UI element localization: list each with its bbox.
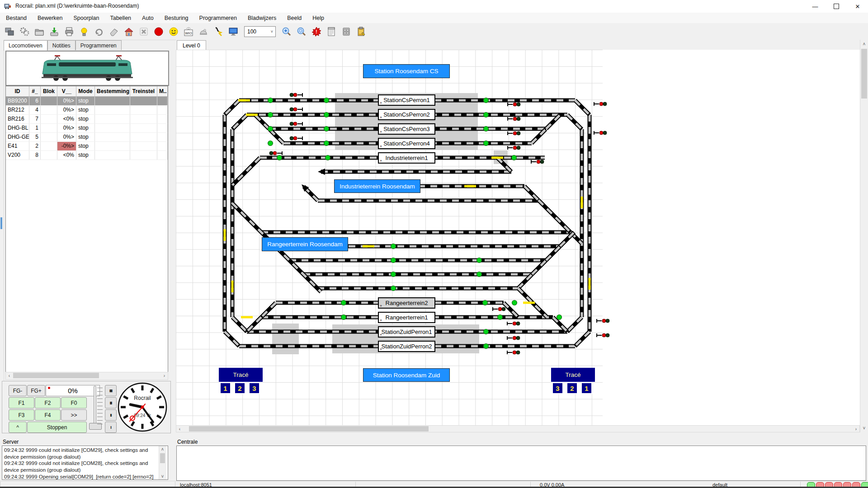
dome-icon[interactable]	[198, 26, 209, 38]
block-rangeerterrein1[interactable]: Rangeerterrein1+	[378, 312, 435, 323]
menu-besturing[interactable]: Besturing	[165, 15, 189, 21]
trace-number[interactable]: 3	[552, 382, 563, 394]
speed-steps-iiii-button[interactable]: IIII	[105, 385, 117, 396]
trace-number[interactable]: 1	[220, 382, 231, 394]
menu-programmeren[interactable]: Programmeren	[199, 15, 237, 21]
loco-row-dhg-bl[interactable]: DHG-BL10%>stop	[6, 124, 168, 133]
trace-number[interactable]: 1	[581, 382, 592, 394]
redo-icon[interactable]	[93, 26, 105, 38]
power-icon[interactable]	[212, 26, 224, 38]
tab-programmeren[interactable]: Programmeren	[75, 40, 122, 50]
block-stationcsperron1[interactable]: StationCsPerron1+	[378, 94, 435, 106]
menu-spoorplan[interactable]: Spoorplan	[73, 15, 99, 21]
scroll-thumb[interactable]	[13, 373, 99, 378]
scroll-down-arrow[interactable]: ˅	[159, 473, 166, 479]
scroll-left-arrow[interactable]: ‹	[176, 426, 183, 432]
f3-button[interactable]: F3	[9, 409, 34, 421]
zoom-in-icon[interactable]	[281, 26, 292, 38]
cabinet-icon[interactable]	[340, 26, 352, 38]
canvas-vscrollbar[interactable]: ˄ ˅	[860, 40, 868, 432]
minimize-button[interactable]: —	[805, 0, 826, 13]
scroll-up-arrow[interactable]: ˄	[861, 41, 868, 47]
caret-button[interactable]: ^	[9, 422, 27, 433]
monitor-icon[interactable]	[227, 26, 239, 38]
loco-row-br212[interactable]: BR21240%>stop	[6, 106, 168, 115]
gears-icon[interactable]	[19, 26, 30, 38]
menu-auto[interactable]: Auto	[142, 15, 154, 21]
trace-label[interactable]: Tracé	[551, 368, 595, 382]
folder-icon[interactable]	[33, 26, 45, 38]
server-log[interactable]: 09:24:32 9999 could not initialize [COM2…	[2, 446, 168, 480]
home-icon[interactable]	[123, 26, 135, 38]
speed-steps-i-button[interactable]: I	[105, 422, 117, 433]
notes-icon[interactable]	[326, 26, 337, 38]
pane-gripper[interactable]	[0, 40, 4, 432]
scroll-down-arrow[interactable]: ˅	[861, 425, 868, 431]
close-button[interactable]: ✕	[847, 0, 868, 13]
text-label[interactable]: Rangeerterrein Roosendam	[262, 237, 348, 251]
trace-label[interactable]: Tracé	[219, 368, 263, 382]
smiley-icon[interactable]	[168, 26, 179, 38]
speed-steps-iii-button[interactable]: III	[105, 397, 117, 408]
f1-button[interactable]: F1	[9, 397, 34, 408]
scroll-right-arrow[interactable]: ›	[853, 426, 859, 432]
bulb-icon[interactable]	[78, 26, 90, 38]
f0-button[interactable]: F0	[61, 397, 87, 408]
loco-row-bb9200[interactable]: BB920060%>stop	[6, 97, 168, 106]
menu-bladwijzers[interactable]: Bladwijzers	[248, 15, 276, 21]
speed-slider[interactable]	[94, 386, 96, 427]
text-label[interactable]: Station Roosendam CS	[363, 64, 450, 78]
scroll-thumb[interactable]	[861, 49, 867, 99]
block-stationzuidperron1[interactable]: StationZuidPerron1+	[378, 326, 435, 338]
printer-icon[interactable]	[63, 26, 75, 38]
tab-locomotieven[interactable]: Locomotieven	[4, 40, 47, 51]
fg-minus-button[interactable]: FG-	[9, 385, 27, 396]
scroll-right-arrow[interactable]: ›	[161, 372, 168, 379]
clear-icon[interactable]	[138, 26, 150, 38]
eraser-icon[interactable]	[108, 26, 120, 38]
scroll-thumb[interactable]	[160, 453, 165, 463]
server-log-scrollbar[interactable]: ˄ ˅	[159, 446, 166, 479]
stoppen-button[interactable]: Stoppen	[27, 422, 87, 433]
block-stationcsperron4[interactable]: StationCsPerron4+	[378, 138, 435, 149]
trace-number[interactable]: 3	[249, 382, 260, 394]
f2-button[interactable]: F2	[35, 397, 61, 408]
menu-help[interactable]: Help	[312, 15, 324, 21]
track-plan-canvas[interactable]: Station Roosendam CSIndustrieterrein Roo…	[176, 50, 860, 425]
menu-bestand[interactable]: Bestand	[6, 15, 27, 21]
import-icon[interactable]	[48, 26, 60, 38]
menu-tabellen[interactable]: Tabellen	[110, 15, 131, 21]
wio-icon[interactable]: WIO	[183, 26, 194, 38]
text-label[interactable]: Station Roosendam Zuid	[363, 368, 450, 382]
workstation-icon[interactable]	[4, 26, 15, 38]
menu-beeld[interactable]: Beeld	[287, 15, 302, 21]
tab-notities[interactable]: Notities	[47, 40, 75, 50]
tab-level-0[interactable]: Level 0	[177, 40, 206, 50]
trace-number[interactable]: 2	[234, 382, 245, 394]
block-stationzuidperron2[interactable]: StationZuidPerron2+	[378, 341, 435, 352]
block-stationcsperron3[interactable]: StationCsPerron3+	[378, 123, 435, 135]
fg-plus-button[interactable]: FG+	[27, 385, 45, 396]
menu-bewerken[interactable]: Bewerken	[38, 15, 63, 21]
stop-icon[interactable]	[153, 26, 165, 38]
speed-steps-ii-button[interactable]: II	[105, 409, 117, 421]
scroll-up-arrow[interactable]: ˄	[159, 446, 166, 452]
loco-row-br216[interactable]: BR2167<0%stop	[6, 115, 168, 124]
scroll-thumb[interactable]	[189, 426, 429, 432]
scroll-left-arrow[interactable]: ‹	[6, 372, 13, 379]
block-industrieterrein1[interactable]: Industrieterrein1+	[378, 152, 435, 164]
alert-icon[interactable]: !	[311, 26, 322, 38]
loco-row-v200[interactable]: V2008<0%stop	[6, 151, 168, 160]
block-rangeerterrein2[interactable]: Rangeerterrein2+	[378, 297, 435, 309]
loco-row-e41[interactable]: E412-0%>stop	[6, 142, 168, 151]
canvas-hscrollbar[interactable]: ‹ ›	[176, 425, 860, 432]
trace-number[interactable]: 2	[566, 382, 578, 394]
zoom-fit-icon[interactable]	[296, 26, 307, 38]
maximize-button[interactable]	[826, 0, 847, 13]
zoom-level-select[interactable]: 100˅	[244, 26, 276, 37]
loco-row-dhg-ge[interactable]: DHG-GE50%>stop	[6, 133, 168, 142]
clipboard-icon[interactable]	[355, 26, 367, 38]
text-label[interactable]: Industrieterrein Roosendam	[334, 179, 420, 193]
shift-button[interactable]: >>	[61, 409, 87, 421]
loco-table-hscrollbar[interactable]: ‹ ›	[5, 372, 168, 380]
